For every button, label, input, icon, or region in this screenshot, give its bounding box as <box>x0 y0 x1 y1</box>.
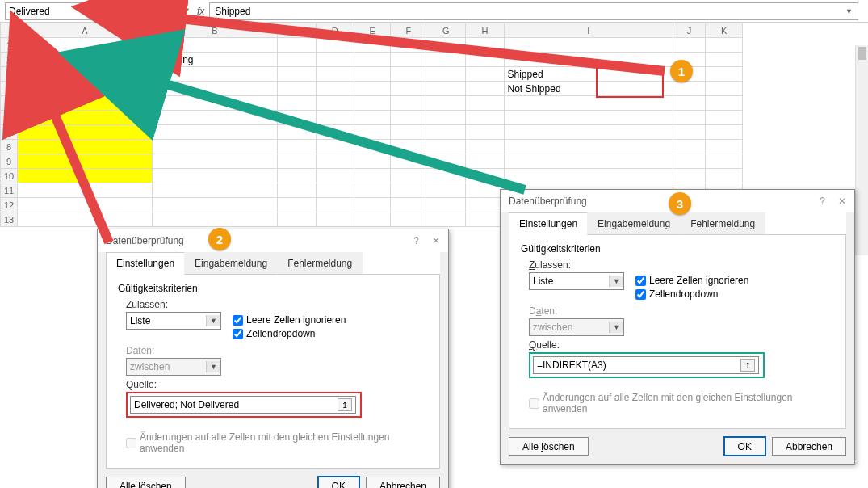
row-header[interactable]: 11 <box>1 183 18 198</box>
col-header[interactable]: H <box>466 23 504 38</box>
dialog-title: Datenüberprüfung <box>509 196 587 207</box>
cell[interactable]: Shipped <box>504 67 673 82</box>
accept-icon[interactable]: ✓ <box>182 6 191 17</box>
clear-all-button[interactable]: Alle löschen <box>106 477 186 488</box>
dialog-buttons: Alle löschen OK Abbrechen <box>501 429 854 464</box>
cell[interactable]: Shipping <box>152 53 277 67</box>
source-label: Quelle: <box>126 379 428 390</box>
help-icon[interactable]: ? <box>820 196 825 207</box>
tab-input-message[interactable]: Eingabemeldung <box>587 212 681 235</box>
vertical-scrollbar[interactable] <box>855 45 868 255</box>
source-input[interactable]: Delivered; Not Delivered↥ <box>130 396 356 414</box>
tab-error-alert[interactable]: Fehlermeldung <box>680 212 765 235</box>
col-header[interactable]: D <box>316 23 354 38</box>
chevron-down-icon: ▼ <box>206 315 220 326</box>
tab-error-alert[interactable]: Fehlermeldung <box>277 252 363 275</box>
dialog-buttons: Alle löschen OK Abbrechen <box>98 469 448 488</box>
allow-dropdown[interactable]: Liste▼ <box>529 272 624 290</box>
data-label: Daten: <box>126 345 428 356</box>
separator: ⋮ <box>147 5 163 18</box>
tab-settings[interactable]: Einstellungen <box>106 252 185 275</box>
criteria-label: Gültigkeitskriterien <box>118 283 428 294</box>
name-box[interactable]: Delivered ▼ <box>5 2 142 20</box>
row-header[interactable]: 13 <box>1 212 18 227</box>
col-header[interactable]: J <box>673 23 705 38</box>
allow-label: Zulassen: <box>126 299 428 310</box>
fx-icon[interactable]: fx <box>197 6 204 17</box>
cell[interactable]: Not Shipped <box>504 82 673 96</box>
col-header[interactable]: B <box>152 23 277 38</box>
ok-button[interactable]: OK <box>318 477 359 488</box>
row-header[interactable]: 5 <box>1 96 18 111</box>
scroll-thumb[interactable] <box>858 47 866 60</box>
source-label: Quelle: <box>529 339 834 351</box>
dialog-body: Gültigkeitskriterien Zulassen: Liste▼ Le… <box>509 234 846 429</box>
col-header[interactable]: G <box>426 23 466 38</box>
chevron-down-icon: ▼ <box>609 322 623 333</box>
cell[interactable]: Status <box>18 53 153 67</box>
corner-cell[interactable] <box>1 23 18 38</box>
chevron-down-icon: ▼ <box>609 276 623 287</box>
data-label: Daten: <box>529 305 834 317</box>
apply-all-checkbox: Änderungen auf alle Zellen mit den gleic… <box>529 392 834 414</box>
close-icon[interactable]: ✕ <box>432 235 440 246</box>
row-header[interactable]: 3 <box>1 67 18 82</box>
chevron-down-icon: ▼ <box>206 361 220 372</box>
data-dropdown: zwischen▼ <box>126 358 221 376</box>
badge-1: 1 <box>670 60 693 82</box>
col-header[interactable]: C <box>278 23 316 38</box>
criteria-label: Gültigkeitskriterien <box>521 243 834 255</box>
data-validation-dialog-2: Datenüberprüfung ?✕ Einstellungen Eingab… <box>97 229 449 488</box>
col-header[interactable]: A <box>18 23 153 38</box>
fx-buttons: ✕ ✓ fx <box>168 6 204 17</box>
col-header[interactable]: E <box>354 23 391 38</box>
dialog-title: Datenüberprüfung <box>106 235 184 246</box>
chevron-down-icon[interactable]: ▼ <box>131 7 138 15</box>
cancel-button[interactable]: Abbrechen <box>772 437 846 456</box>
range-select-icon[interactable]: ↥ <box>740 359 755 372</box>
row-header[interactable]: 4 <box>1 82 18 96</box>
col-header[interactable]: I <box>504 23 673 38</box>
name-box-value: Delivered <box>9 6 50 17</box>
row-header[interactable]: 9 <box>1 154 18 169</box>
formula-bar: Delivered ▼ ⋮ ✕ ✓ fx Shipped ▼ <box>0 0 868 23</box>
badge-3: 3 <box>669 192 691 215</box>
row-header[interactable]: 10 <box>1 169 18 183</box>
dialog-titlebar[interactable]: Datenüberprüfung ?✕ <box>98 229 448 252</box>
ok-button[interactable]: OK <box>724 437 765 456</box>
row-header[interactable]: 12 <box>1 198 18 212</box>
badge-2: 2 <box>208 228 231 250</box>
formula-input[interactable]: Shipped ▼ <box>209 2 858 20</box>
row-header[interactable]: 8 <box>1 140 18 154</box>
formula-value: Shipped <box>215 6 250 17</box>
data-dropdown: zwischen▼ <box>529 318 624 336</box>
in-cell-dropdown-checkbox[interactable]: Zellendropdown <box>635 288 748 300</box>
cancel-icon[interactable]: ✕ <box>168 6 176 17</box>
source-input[interactable]: =INDIREKT(A3)↥ <box>533 356 759 374</box>
tab-input-message[interactable]: Eingabemeldung <box>184 252 278 275</box>
data-validation-dialog-3: Datenüberprüfung ?✕ Einstellungen Eingab… <box>500 189 855 465</box>
range-select-icon[interactable]: ↥ <box>338 398 352 411</box>
ignore-blank-checkbox[interactable]: Leere Zellen ignorieren <box>233 314 346 326</box>
apply-all-checkbox: Änderungen auf alle Zellen mit den gleic… <box>126 431 428 454</box>
row-header[interactable]: 1 <box>1 38 18 53</box>
chevron-down-icon[interactable]: ▼ <box>845 7 853 15</box>
cell[interactable]: Delivered <box>18 67 153 82</box>
in-cell-dropdown-checkbox[interactable]: Zellendropdown <box>233 328 346 339</box>
row-header[interactable]: 7 <box>1 125 18 140</box>
close-icon[interactable]: ✕ <box>838 196 846 207</box>
col-header[interactable]: F <box>391 23 426 38</box>
dialog-tabs: Einstellungen Eingabemeldung Fehlermeldu… <box>106 252 440 275</box>
tab-settings[interactable]: Einstellungen <box>509 212 588 235</box>
allow-dropdown[interactable]: Liste▼ <box>126 312 221 330</box>
row-header[interactable]: 6 <box>1 111 18 125</box>
allow-label: Zulassen: <box>529 259 834 271</box>
ignore-blank-checkbox[interactable]: Leere Zellen ignorieren <box>635 275 748 286</box>
cancel-button[interactable]: Abbrechen <box>366 477 440 488</box>
clear-all-button[interactable]: Alle löschen <box>509 437 589 456</box>
dialog-body: Gültigkeitskriterien Zulassen: Liste▼ Le… <box>106 274 440 469</box>
row-header[interactable]: 2 <box>1 53 18 67</box>
dialog-tabs: Einstellungen Eingabemeldung Fehlermeldu… <box>509 212 846 235</box>
col-header[interactable]: K <box>706 23 743 38</box>
help-icon[interactable]: ? <box>413 235 419 246</box>
